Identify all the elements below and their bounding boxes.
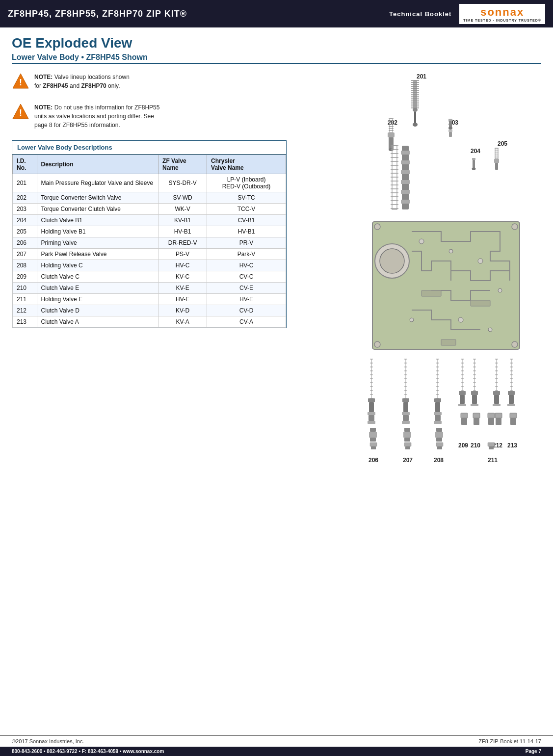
cell-zf-name: WK-V <box>158 204 207 215</box>
cell-zf-name: KV-D <box>158 305 207 316</box>
svg-rect-122 <box>402 398 409 402</box>
cell-zf-name: KV-E <box>158 283 207 294</box>
svg-rect-73 <box>401 180 410 184</box>
table-row: 209Clutch Valve CKV-CCV-C <box>13 271 286 283</box>
right-panel: 201 <box>296 70 541 536</box>
svg-point-80 <box>449 249 453 253</box>
table-row: 201Main Pressure Regulator Valve and Sle… <box>13 174 286 192</box>
svg-rect-39 <box>472 158 475 160</box>
svg-rect-154 <box>459 391 466 395</box>
svg-rect-196 <box>370 428 376 432</box>
svg-rect-203 <box>435 432 443 438</box>
svg-rect-208 <box>474 418 479 425</box>
svg-point-91 <box>374 341 380 347</box>
section-subtitle: Lower Valve Body • ZF8HP45 Shown <box>12 53 541 64</box>
svg-point-36 <box>448 127 452 130</box>
footer-doc-ref: ZF8-ZIP-Booklet 11-14-17 <box>478 738 541 744</box>
svg-rect-4 <box>413 80 417 110</box>
cell-zf-name: KV-B1 <box>158 215 207 226</box>
col-header-desc: Description <box>37 155 158 174</box>
svg-point-78 <box>380 249 404 273</box>
svg-rect-123 <box>403 402 408 412</box>
svg-rect-168 <box>472 395 477 404</box>
cell-description: Clutch Valve C <box>37 271 158 283</box>
svg-rect-37 <box>448 130 452 132</box>
note-2: ! NOTE: Do not use this information for … <box>12 100 287 132</box>
content-area: ! NOTE: Valve lineup locations shown for… <box>12 70 541 536</box>
svg-point-41 <box>472 168 476 170</box>
note-1-text: NOTE: Valve lineup locations shown for Z… <box>34 73 130 90</box>
svg-rect-75 <box>401 200 410 204</box>
svg-rect-106 <box>369 402 374 412</box>
cell-chrysler-name: CV-E <box>207 283 286 294</box>
valve-body-plate <box>372 222 520 349</box>
svg-rect-126 <box>402 421 410 424</box>
label-207-bottom: 207 <box>403 457 413 464</box>
label-205: 205 <box>498 140 507 147</box>
cell-id: 203 <box>13 204 37 215</box>
svg-rect-72 <box>401 170 410 174</box>
svg-point-83 <box>458 317 463 322</box>
svg-rect-202 <box>436 428 442 432</box>
svg-rect-221 <box>488 443 495 446</box>
table-row: 207Park Pawl Release ValvePS-VPark-V <box>13 249 286 260</box>
page-header: ZF8HP45, ZF8HP55, ZF8HP70 ZIP KIT® Techn… <box>0 0 553 27</box>
header-right: Technical Booklet sonnax TIME TESTED · I… <box>389 4 545 24</box>
svg-point-21 <box>413 108 418 112</box>
exploded-view-diagram: 201 <box>296 70 532 536</box>
svg-rect-169 <box>471 404 478 406</box>
cell-id: 201 <box>13 174 37 192</box>
svg-rect-74 <box>401 190 410 194</box>
svg-rect-40 <box>473 160 475 169</box>
cell-chrysler-name: Park-V <box>207 249 286 260</box>
cell-chrysler-name: TCC-V <box>207 204 286 215</box>
label-213-bottom: 213 <box>507 442 517 449</box>
diagram-wrapper: 201 <box>296 70 532 536</box>
cell-chrysler-name: PR-V <box>207 237 286 249</box>
cell-description: Holding Valve C <box>37 260 158 271</box>
cell-id: 204 <box>13 215 37 226</box>
cell-chrysler-name: HV-B1 <box>207 226 286 237</box>
footer-copyright: ©2017 Sonnax Industries, Inc. <box>12 738 84 744</box>
svg-rect-182 <box>493 404 500 406</box>
cell-description: Priming Valve <box>37 237 158 249</box>
valve-table: I.D.No. Description ZF ValveName Chrysle… <box>12 155 286 328</box>
label-211-bottom: 211 <box>488 457 498 464</box>
cell-description: Clutch Valve D <box>37 305 158 316</box>
svg-point-81 <box>478 259 483 263</box>
table-section-header: Lower Valve Body Descriptions <box>12 141 286 155</box>
svg-rect-86 <box>421 290 441 296</box>
cell-id: 205 <box>13 226 37 237</box>
warning-icon-2: ! <box>12 103 29 121</box>
svg-rect-156 <box>458 404 466 406</box>
svg-point-85 <box>488 328 492 332</box>
svg-rect-195 <box>507 404 515 406</box>
label-206-bottom: 206 <box>369 457 378 464</box>
svg-rect-201 <box>404 438 410 442</box>
svg-rect-207 <box>473 413 480 418</box>
cell-chrysler-name: LP-V (Inboard)RED-V (Outboard) <box>207 174 286 192</box>
cell-zf-name: PS-V <box>158 249 207 260</box>
cell-chrysler-name: HV-E <box>207 294 286 305</box>
svg-rect-70 <box>401 151 410 155</box>
svg-rect-181 <box>494 395 499 404</box>
table-header-row: I.D.No. Description ZF ValveName Chrysle… <box>13 155 286 174</box>
svg-rect-213 <box>510 413 517 418</box>
cell-description: Main Pressure Regulator Valve and Sleeve <box>37 174 158 192</box>
svg-rect-155 <box>460 395 465 404</box>
booklet-label: Technical Booklet <box>389 10 451 18</box>
svg-rect-50 <box>495 163 498 170</box>
table-row: 204Clutch Valve B1KV-B1CV-B1 <box>13 215 286 226</box>
cell-id: 208 <box>13 260 37 271</box>
svg-rect-108 <box>369 415 374 421</box>
table-row: 213Clutch Valve AKV-ACV-A <box>13 316 286 328</box>
svg-rect-143 <box>434 421 442 424</box>
table-body: 201Main Pressure Regulator Valve and Sle… <box>13 174 286 328</box>
svg-rect-42 <box>495 148 498 159</box>
svg-rect-71 <box>401 160 410 164</box>
cell-zf-name: DR-RED-V <box>158 237 207 249</box>
cell-chrysler-name: CV-D <box>207 305 286 316</box>
cell-zf-name: HV-C <box>158 260 207 271</box>
label-204: 204 <box>471 148 480 155</box>
svg-rect-32 <box>389 137 394 150</box>
